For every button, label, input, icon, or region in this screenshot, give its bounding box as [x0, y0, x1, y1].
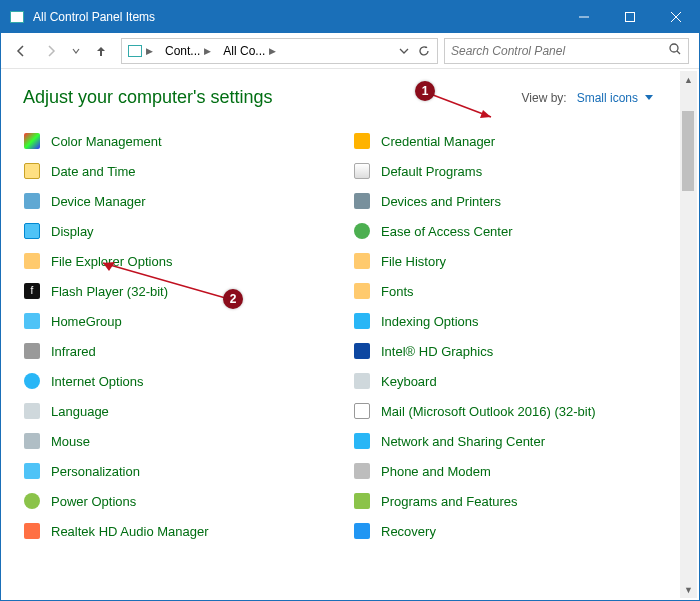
item-link[interactable]: Network and Sharing Center — [381, 434, 545, 449]
item-keyboard[interactable]: Keyboard — [353, 372, 683, 390]
item-link[interactable]: File Explorer Options — [51, 254, 172, 269]
forward-button[interactable] — [37, 37, 65, 65]
item-link[interactable]: Credential Manager — [381, 134, 495, 149]
item-link[interactable]: Display — [51, 224, 94, 239]
item-network-sharing[interactable]: Network and Sharing Center — [353, 432, 683, 450]
item-link[interactable]: Indexing Options — [381, 314, 479, 329]
view-by-value: Small icons — [577, 91, 638, 105]
item-link[interactable]: Personalization — [51, 464, 140, 479]
phone-icon — [353, 462, 371, 480]
safe-icon — [353, 132, 371, 150]
close-button[interactable] — [653, 1, 699, 33]
item-link[interactable]: Fonts — [381, 284, 414, 299]
default-programs-icon — [353, 162, 371, 180]
items-grid: Color Management Date and Time Device Ma… — [23, 132, 683, 540]
item-default-programs[interactable]: Default Programs — [353, 162, 683, 180]
item-link[interactable]: Intel® HD Graphics — [381, 344, 493, 359]
back-button[interactable] — [7, 37, 35, 65]
item-file-history[interactable]: File History — [353, 252, 683, 270]
item-display[interactable]: Display — [23, 222, 353, 240]
content-area: Adjust your computer's settings View by:… — [1, 69, 699, 600]
item-mouse[interactable]: Mouse — [23, 432, 353, 450]
item-ease-of-access[interactable]: Ease of Access Center — [353, 222, 683, 240]
item-link[interactable]: Phone and Modem — [381, 464, 491, 479]
item-link[interactable]: Date and Time — [51, 164, 136, 179]
item-language[interactable]: Language — [23, 402, 353, 420]
scroll-down-button[interactable]: ▼ — [680, 581, 697, 598]
item-link[interactable]: Keyboard — [381, 374, 437, 389]
item-link[interactable]: Device Manager — [51, 194, 146, 209]
item-personalization[interactable]: Personalization — [23, 462, 353, 480]
item-link[interactable]: File History — [381, 254, 446, 269]
display-monitor-icon — [23, 222, 41, 240]
item-mail[interactable]: Mail (Microsoft Outlook 2016) (32-bit) — [353, 402, 683, 420]
item-link[interactable]: Power Options — [51, 494, 136, 509]
item-internet-options[interactable]: Internet Options — [23, 372, 353, 390]
folder-options-icon — [23, 252, 41, 270]
power-icon — [23, 492, 41, 510]
item-link[interactable]: Programs and Features — [381, 494, 518, 509]
item-infrared[interactable]: Infrared — [23, 342, 353, 360]
view-by-dropdown[interactable]: Small icons — [577, 91, 653, 105]
page-heading: Adjust your computer's settings — [23, 87, 273, 108]
item-device-manager[interactable]: Device Manager — [23, 192, 353, 210]
minimize-button[interactable] — [561, 1, 607, 33]
breadcrumb-all-items[interactable]: All Co...▶ — [217, 39, 282, 63]
item-indexing-options[interactable]: Indexing Options — [353, 312, 683, 330]
search-input[interactable] — [451, 44, 668, 58]
item-link[interactable]: Infrared — [51, 344, 96, 359]
view-by-control: View by: Small icons — [522, 91, 654, 105]
network-icon — [353, 432, 371, 450]
item-link[interactable]: Realtek HD Audio Manager — [51, 524, 209, 539]
history-dropdown-button[interactable] — [67, 37, 85, 65]
search-icon[interactable] — [668, 42, 682, 60]
breadcrumb-control-panel[interactable]: Cont...▶ — [159, 39, 217, 63]
svg-rect-1 — [626, 13, 635, 22]
address-dropdown-button[interactable] — [395, 42, 413, 60]
svg-point-4 — [670, 44, 678, 52]
item-recovery[interactable]: Recovery — [353, 522, 683, 540]
item-flash-player[interactable]: fFlash Player (32-bit) — [23, 282, 353, 300]
item-devices-and-printers[interactable]: Devices and Printers — [353, 192, 683, 210]
item-link[interactable]: Flash Player (32-bit) — [51, 284, 168, 299]
item-link[interactable]: Devices and Printers — [381, 194, 501, 209]
item-file-explorer-options[interactable]: File Explorer Options — [23, 252, 353, 270]
item-link[interactable]: Language — [51, 404, 109, 419]
item-phone-modem[interactable]: Phone and Modem — [353, 462, 683, 480]
items-column-right: Credential Manager Default Programs Devi… — [353, 132, 683, 540]
item-intel-hd-graphics[interactable]: Intel® HD Graphics — [353, 342, 683, 360]
item-link[interactable]: Recovery — [381, 524, 436, 539]
up-button[interactable] — [87, 37, 115, 65]
item-color-management[interactable]: Color Management — [23, 132, 353, 150]
maximize-button[interactable] — [607, 1, 653, 33]
scroll-up-button[interactable]: ▲ — [680, 71, 697, 88]
recovery-icon — [353, 522, 371, 540]
item-link[interactable]: HomeGroup — [51, 314, 122, 329]
device-manager-icon — [23, 192, 41, 210]
vertical-scrollbar[interactable]: ▲ ▼ — [680, 71, 697, 598]
item-link[interactable]: Color Management — [51, 134, 162, 149]
refresh-button[interactable] — [415, 42, 433, 60]
scroll-thumb[interactable] — [682, 111, 694, 191]
item-fonts[interactable]: Fonts — [353, 282, 683, 300]
items-column-left: Color Management Date and Time Device Ma… — [23, 132, 353, 540]
view-by-label: View by: — [522, 91, 567, 105]
language-icon — [23, 402, 41, 420]
item-programs-features[interactable]: Programs and Features — [353, 492, 683, 510]
item-realtek-audio[interactable]: Realtek HD Audio Manager — [23, 522, 353, 540]
item-credential-manager[interactable]: Credential Manager — [353, 132, 683, 150]
breadcrumb-root-icon[interactable]: ▶ — [122, 39, 159, 63]
item-link[interactable]: Default Programs — [381, 164, 482, 179]
programs-icon — [353, 492, 371, 510]
personalization-icon — [23, 462, 41, 480]
item-link[interactable]: Ease of Access Center — [381, 224, 513, 239]
item-date-and-time[interactable]: Date and Time — [23, 162, 353, 180]
item-link[interactable]: Mouse — [51, 434, 90, 449]
item-link[interactable]: Internet Options — [51, 374, 144, 389]
item-link[interactable]: Mail (Microsoft Outlook 2016) (32-bit) — [381, 404, 596, 419]
item-power-options[interactable]: Power Options — [23, 492, 353, 510]
address-breadcrumb[interactable]: ▶ Cont...▶ All Co...▶ — [121, 38, 438, 64]
window-titlebar: All Control Panel Items — [1, 1, 699, 33]
search-box[interactable] — [444, 38, 689, 64]
item-homegroup[interactable]: HomeGroup — [23, 312, 353, 330]
